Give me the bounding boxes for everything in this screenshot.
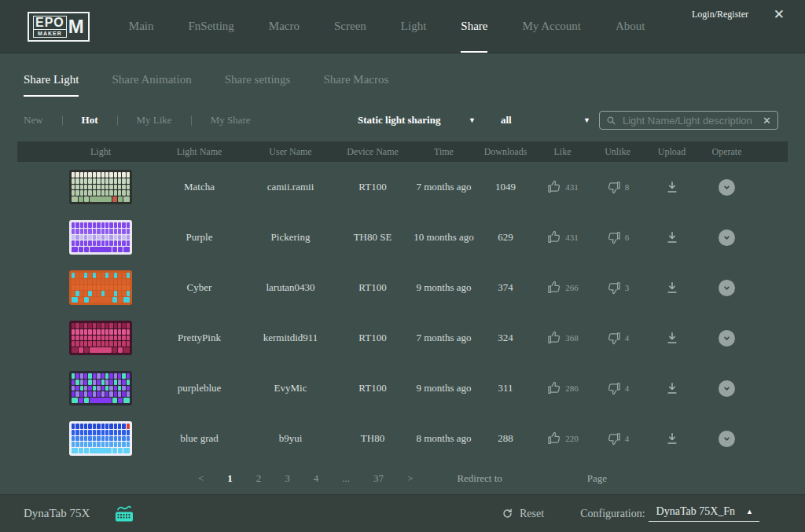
keyboard-icon[interactable] [113, 504, 135, 523]
nav-item-fnsetting[interactable]: FnSetting [188, 0, 233, 53]
nav-item-screen[interactable]: Screen [334, 0, 366, 53]
unlike-button[interactable]: 8 [590, 179, 645, 195]
download-icon[interactable] [665, 331, 679, 345]
page-label: Page [587, 472, 607, 485]
downloads-cell: 629 [476, 231, 535, 244]
column-header-label: Downloads [484, 146, 527, 158]
nav-item-macro[interactable]: Macro [269, 0, 300, 53]
filter-my-share[interactable]: My Share [211, 114, 251, 127]
like-button[interactable]: 431 [535, 229, 590, 245]
operate-cell [699, 280, 788, 296]
pagination: < 1234...37 > Redirect to Page [0, 468, 805, 489]
time-cell: 9 months ago [411, 281, 476, 294]
downloads-cell: 311 [476, 382, 535, 394]
keyboard-thumbnail[interactable] [69, 321, 132, 355]
column-header-label: Upload [658, 146, 686, 158]
clear-search-icon[interactable]: ✕ [763, 115, 771, 127]
pagination-next[interactable]: > [407, 472, 413, 485]
nav-item-light[interactable]: Light [401, 0, 427, 53]
filter-new[interactable]: New [24, 114, 43, 127]
downloads-cell: 374 [476, 281, 535, 294]
keyboard-thumbnail[interactable] [69, 220, 132, 255]
close-icon[interactable]: ✕ [774, 6, 785, 23]
pagination-page-3[interactable]: 3 [285, 472, 290, 485]
unlike-button[interactable]: 6 [590, 229, 645, 245]
nav-item-my-account[interactable]: My Account [522, 0, 581, 53]
search-input[interactable] [621, 114, 758, 127]
like-button[interactable]: 431 [535, 179, 590, 195]
nav-item-about[interactable]: About [616, 0, 645, 53]
tab-share-animation[interactable]: Share Animation [112, 73, 191, 97]
download-icon[interactable] [665, 381, 679, 395]
light-name: purpleblue [178, 382, 222, 394]
download-icon[interactable] [665, 180, 679, 194]
device-filter-dropdown[interactable]: all ▼ [501, 114, 590, 127]
like-button[interactable]: 286 [535, 380, 590, 396]
unlike-button[interactable]: 4 [590, 380, 645, 396]
light-type-dropdown-value: Static light sharing [358, 114, 440, 127]
pagination-page-1[interactable]: 1 [227, 472, 233, 485]
like-count: 266 [565, 283, 579, 292]
operate-cell [699, 179, 788, 196]
reset-label: Reset [520, 508, 544, 520]
bottom-status-bar: DynaTab 75X Reset Configuration: DynaTab… [0, 494, 805, 532]
filter-my-like[interactable]: My Like [137, 114, 172, 127]
like-button[interactable]: 368 [535, 330, 590, 346]
pagination-page-4[interactable]: 4 [314, 472, 319, 485]
download-icon[interactable] [665, 281, 679, 295]
operate-expand-button[interactable] [719, 179, 735, 196]
search-box[interactable]: ✕ [599, 111, 778, 130]
time-cell: 8 months ago [411, 432, 476, 445]
download-icon[interactable] [665, 431, 679, 446]
downloads-cell: 288 [476, 432, 535, 445]
user-name: larutan0430 [266, 281, 314, 294]
keyboard-thumbnail[interactable] [69, 421, 132, 456]
operate-expand-button[interactable] [719, 330, 735, 347]
device-name-cell: RT100 [334, 281, 411, 294]
share-tabs: Share LightShare AnimationShare settings… [24, 73, 805, 97]
nav-item-main[interactable]: Main [129, 0, 154, 53]
keyboard-thumbnail[interactable] [69, 270, 132, 305]
downloads-count: 374 [498, 281, 513, 294]
download-icon[interactable] [665, 230, 679, 244]
nav-item-share[interactable]: Share [461, 0, 487, 53]
like-button[interactable]: 266 [535, 280, 590, 295]
operate-expand-button[interactable] [719, 280, 735, 296]
filter-hot[interactable]: Hot [82, 114, 98, 127]
operate-expand-button[interactable] [719, 380, 735, 397]
pagination-page-37[interactable]: 37 [373, 472, 384, 485]
keyboard-thumbnail[interactable] [69, 371, 132, 405]
like-button[interactable]: 220 [535, 431, 590, 446]
logo-text-maker: MAKER [33, 29, 67, 38]
device-name: RT100 [358, 281, 386, 294]
operate-expand-button[interactable] [719, 229, 735, 246]
user-name-cell: kermitdid911 [247, 332, 334, 344]
column-header-downloads: Downloads [476, 146, 535, 158]
pagination-page-2[interactable]: 2 [256, 472, 262, 485]
column-header-device-name: Device Name [334, 146, 411, 158]
unlike-button[interactable]: 4 [590, 330, 645, 346]
tab-share-light[interactable]: Share Light [24, 73, 79, 97]
time-cell: 10 months ago [411, 231, 476, 244]
login-register-link[interactable]: Login/Register [692, 9, 748, 20]
table-row: purpleblueEvyMicRT1009 months ago3112864 [17, 363, 788, 413]
downloads-cell: 324 [476, 332, 535, 344]
light-type-dropdown[interactable]: Static light sharing ▼ [358, 114, 476, 127]
time-value: 10 months ago [414, 231, 474, 244]
column-header-label: Unlike [605, 146, 630, 158]
like-count: 286 [565, 383, 579, 393]
configuration-select[interactable]: DynaTab 75X_Fn ▲ [649, 505, 759, 522]
redirect-page-input[interactable] [526, 471, 564, 486]
chevron-down-icon: ▼ [583, 116, 590, 124]
unlike-button[interactable]: 3 [590, 280, 645, 295]
logo-text-epo: EPO [33, 16, 67, 29]
tab-share-macros[interactable]: Share Macros [323, 73, 388, 97]
column-header-label: Light [90, 146, 111, 158]
reset-button[interactable]: Reset [502, 508, 544, 520]
user-name: b9yui [279, 432, 303, 445]
pagination-prev[interactable]: < [198, 472, 204, 485]
unlike-button[interactable]: 4 [590, 431, 645, 446]
operate-expand-button[interactable] [719, 431, 735, 447]
keyboard-thumbnail[interactable] [69, 170, 132, 204]
tab-share-settings[interactable]: Share settings [225, 73, 291, 97]
